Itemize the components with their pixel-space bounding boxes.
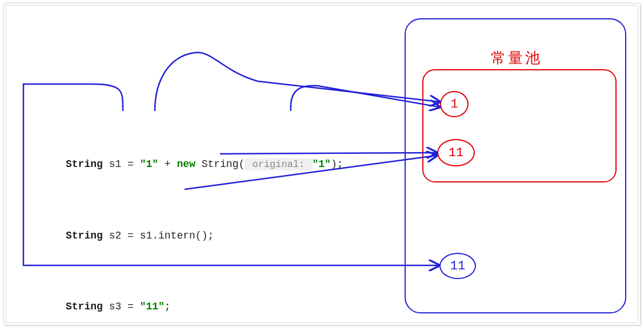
string-literal: "11" (140, 301, 165, 312)
arrow-lit1-to-pool1 (155, 53, 439, 111)
pool-node-11: 11 (437, 139, 475, 166)
constant-pool-title: 常量池 (482, 48, 551, 68)
equals: = (121, 230, 139, 241)
pool-node-1: 1 (440, 91, 469, 117)
equals: = (121, 158, 139, 170)
type-keyword: String (66, 158, 109, 170)
code-line-1: String s1 = "1" + new String( original: … (66, 146, 343, 182)
type-keyword: String (66, 301, 109, 312)
heap-node-11: 11 (439, 253, 476, 279)
var-name: s3 (109, 301, 122, 312)
intern-call: s1.intern(); (140, 230, 214, 241)
code-line-3: String s3 = "11"; (66, 289, 343, 323)
plus-op: + (158, 158, 177, 170)
pool-node-11-label: 11 (449, 146, 463, 160)
string-literal: "1" (140, 158, 158, 170)
new-keyword: new (177, 158, 195, 170)
heap-node-11-label: 11 (450, 259, 465, 273)
string-literal: "1" (313, 158, 331, 170)
code-line-2: String s2 = s1.intern(); (66, 218, 343, 253)
stmt-end: ; (165, 301, 171, 312)
param-hint: original: (245, 158, 312, 170)
code-block: String s1 = "1" + new String( original: … (66, 111, 343, 323)
var-name: s1 (109, 158, 122, 170)
equals: = (121, 301, 139, 312)
type-keyword: String (66, 230, 109, 241)
class-call: String( (195, 158, 245, 170)
var-name: s2 (109, 230, 122, 241)
pool-node-1-label: 1 (450, 97, 458, 112)
stmt-end: ); (331, 158, 343, 170)
